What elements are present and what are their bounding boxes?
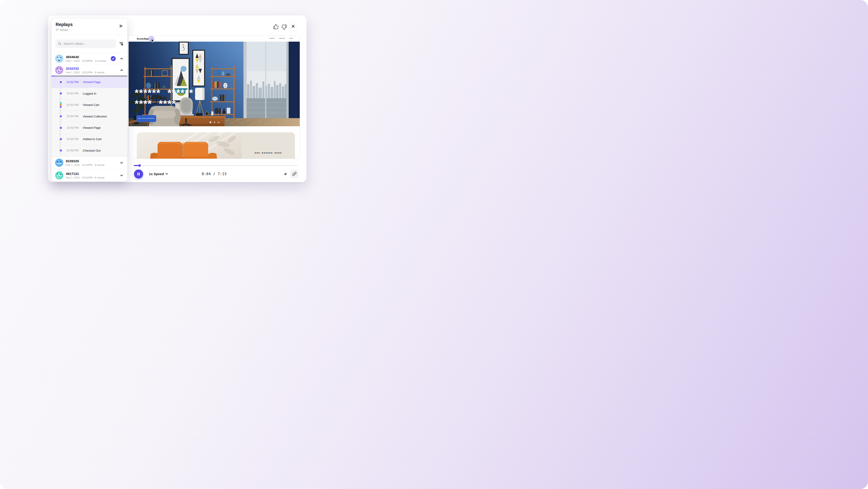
event-row-added-to-cart[interactable]: 10:55 PM Added to Cart bbox=[52, 134, 127, 145]
session-texts: 4917121 Feb 7, 2023 · 10:51PM · 8 events bbox=[66, 172, 117, 179]
chevron-up-icon[interactable] bbox=[119, 56, 124, 61]
session-texts: 3242332 Feb 7, 2023 · 10:52PM · 9 events bbox=[66, 66, 117, 74]
session-row-3654640[interactable]: 3654640 Feb 7, 2023 · 10:58PM · 12 event… bbox=[52, 53, 127, 64]
event-name: Checked Out bbox=[83, 149, 101, 152]
page-title: Replays bbox=[56, 22, 124, 27]
hero-masked-heading-line2: **** **** bbox=[135, 100, 176, 107]
event-row-viewed-collection[interactable]: 10:54 PM Viewed Collection bbox=[52, 111, 127, 122]
session-row-3242332[interactable]: 3242332 Feb 7, 2023 · 10:52PM · 9 events bbox=[52, 64, 127, 76]
site-nav-item: **** bbox=[289, 38, 293, 39]
site-brand-logo: AcmeApp bbox=[137, 37, 149, 40]
mouse-cursor-icon bbox=[151, 39, 154, 43]
carousel-dots[interactable] bbox=[210, 121, 219, 123]
session-meta: Feb 7, 2023 · 10:58PM · 12 events bbox=[66, 59, 108, 62]
event-dot bbox=[59, 138, 62, 141]
session-id: 4917121 bbox=[66, 172, 117, 176]
sidebar-header: Replays 37 replays bbox=[52, 19, 127, 34]
product-card-masked-text: *** ****** **** bbox=[254, 151, 282, 155]
thumbs-up-icon bbox=[273, 24, 279, 29]
replays-sidebar: Replays 37 replays Search values... 3654… bbox=[52, 19, 127, 181]
copy-link-button[interactable] bbox=[290, 170, 299, 178]
speed-label: 1x Speed bbox=[149, 172, 164, 176]
playback-timeline[interactable] bbox=[134, 165, 298, 167]
session-id: 8339325 bbox=[66, 159, 117, 163]
carousel-dot-active[interactable] bbox=[210, 121, 211, 123]
event-time: 10:52 PM bbox=[66, 92, 83, 95]
session-texts: 3654640 Feb 7, 2023 · 10:58PM · 12 event… bbox=[66, 55, 108, 62]
close-player-button[interactable] bbox=[289, 22, 298, 31]
event-dot bbox=[59, 149, 62, 152]
session-id-selected: 3242332 bbox=[66, 66, 117, 70]
sofa-photo bbox=[137, 133, 242, 159]
event-dot bbox=[59, 115, 62, 118]
event-time: 10:53 PM bbox=[66, 104, 83, 107]
chevron-down-icon[interactable] bbox=[119, 173, 124, 178]
pause-button[interactable] bbox=[134, 170, 143, 178]
site-nav-item: ******* bbox=[279, 38, 285, 39]
avatar bbox=[55, 66, 63, 74]
hero-office-photo bbox=[129, 41, 300, 126]
page-background: AcmeApp ****** ******* **** bbox=[0, 0, 347, 196]
session-row-8339325[interactable]: 8339325 Feb 7, 2023 · 10:52PM · 8 events bbox=[52, 156, 127, 169]
replay-viewport: AcmeApp ****** ******* **** bbox=[128, 35, 300, 159]
hero-cta-button[interactable]: **** ****** ********** bbox=[136, 115, 156, 122]
event-row-viewed-cart[interactable]: 10:53 PM Viewed Cart bbox=[52, 99, 127, 111]
collapse-left-icon bbox=[119, 24, 124, 29]
session-meta: Feb 7, 2023 · 10:52PM · 8 events bbox=[66, 164, 117, 166]
event-name: Viewed Cart bbox=[83, 103, 99, 107]
playback-time: 0:04 / 7:15 bbox=[202, 172, 227, 176]
chevron-down-icon bbox=[165, 173, 168, 175]
link-icon bbox=[292, 172, 297, 176]
expand-button[interactable] bbox=[283, 171, 288, 177]
carousel-dot[interactable] bbox=[214, 121, 215, 123]
event-time: 10:56 PM bbox=[66, 149, 83, 152]
event-name: Added to Cart bbox=[83, 137, 101, 141]
session-row-4917121[interactable]: 4917121 Feb 7, 2023 · 10:51PM · 8 events bbox=[52, 169, 127, 182]
event-time: 10:55 PM bbox=[66, 138, 83, 141]
product-card-panel: *** ****** **** bbox=[242, 133, 295, 159]
thumbs-up-button[interactable] bbox=[273, 24, 279, 29]
close-icon bbox=[291, 24, 296, 29]
event-dot bbox=[59, 81, 62, 84]
collapse-sidebar-button[interactable] bbox=[118, 23, 124, 29]
carousel-dot[interactable] bbox=[218, 121, 219, 123]
expand-icon bbox=[283, 172, 288, 176]
search-icon bbox=[58, 42, 61, 46]
event-row-checked-out[interactable]: 10:56 PM Checked Out bbox=[52, 145, 127, 156]
event-multi-dot bbox=[59, 102, 62, 108]
site-nav: ****** ******* **** bbox=[270, 38, 293, 39]
avatar bbox=[55, 171, 63, 179]
event-row-logged-in[interactable]: 10:52 PM Logged In bbox=[52, 88, 127, 99]
session-meta: Feb 7, 2023 · 10:52PM · 9 events bbox=[66, 71, 117, 74]
session-meta: Feb 7, 2023 · 10:51PM · 8 events bbox=[66, 176, 117, 179]
replay-count: 37 replays bbox=[56, 28, 124, 31]
thumbs-down-button[interactable] bbox=[281, 24, 287, 30]
session-id: 3654640 bbox=[66, 55, 108, 59]
thumbs-down-icon bbox=[281, 24, 287, 30]
timeline-track[interactable] bbox=[134, 165, 298, 166]
event-name: Viewed Page bbox=[83, 126, 101, 130]
avatar bbox=[55, 159, 63, 167]
event-list: 10:52 PM Viewed Page 10:52 PM Logged In … bbox=[52, 77, 127, 156]
chevron-up-icon[interactable] bbox=[119, 68, 124, 73]
timeline-thumb[interactable] bbox=[138, 164, 141, 167]
event-name: Viewed Collection bbox=[83, 115, 107, 118]
search-input[interactable]: Search values... bbox=[55, 39, 116, 48]
site-hero-section: ****** ****** **** **** **** ****** ****… bbox=[129, 41, 300, 126]
playback-speed-dropdown[interactable]: 1x Speed bbox=[148, 172, 169, 176]
event-time: 10:54 PM bbox=[66, 115, 83, 118]
session-texts: 8339325 Feb 7, 2023 · 10:52PM · 8 events bbox=[66, 159, 117, 166]
sort-descending-icon bbox=[119, 41, 124, 47]
more-sessions: 8339325 Feb 7, 2023 · 10:52PM · 8 events… bbox=[52, 156, 127, 181]
pause-icon bbox=[137, 172, 141, 176]
event-name: Viewed Page bbox=[83, 80, 101, 84]
search-row: Search values... bbox=[52, 35, 127, 53]
event-row-viewed-page[interactable]: 10:52 PM Viewed Page bbox=[52, 77, 127, 88]
site-nav-item: ****** bbox=[270, 38, 275, 39]
hero-masked-heading-line1: ****** ****** bbox=[135, 90, 193, 96]
site-product-card: *** ****** **** bbox=[137, 133, 295, 159]
sort-filter-button[interactable] bbox=[118, 40, 125, 47]
search-placeholder: Search values... bbox=[64, 42, 86, 46]
chevron-down-icon[interactable] bbox=[119, 160, 124, 165]
event-row-viewed-page-2[interactable]: 10:55 PM Viewed Page bbox=[52, 122, 127, 134]
